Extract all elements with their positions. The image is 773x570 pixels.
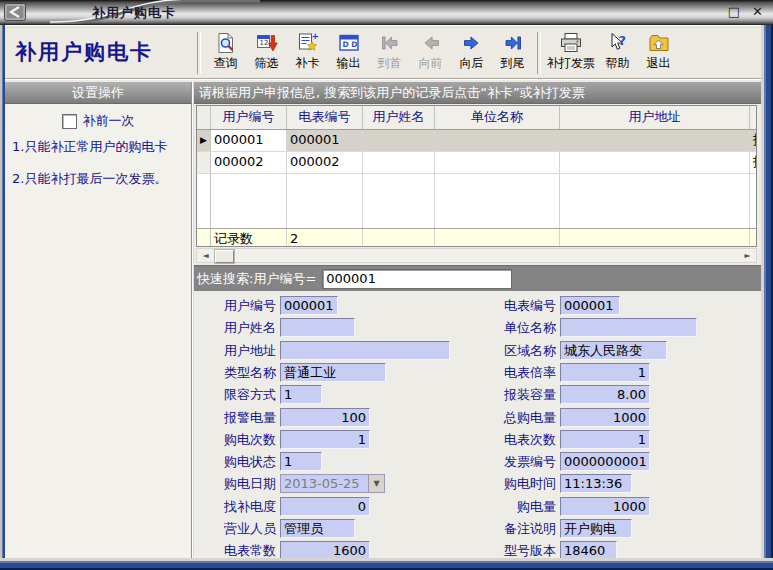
field-user-name[interactable]: [280, 318, 355, 337]
table-cell[interactable]: 报: [750, 130, 757, 151]
field-remark[interactable]: 开户购电: [560, 519, 632, 538]
hscroll-left-arrow-icon[interactable]: ◄: [198, 249, 213, 262]
toolbar-button-export[interactable]: D D输出: [328, 29, 369, 71]
table-cell[interactable]: 000002: [211, 152, 287, 173]
window-title: 补用户购电卡: [92, 4, 176, 22]
field-area-name[interactable]: 城东人民路变: [560, 341, 667, 360]
field-limit-mode[interactable]: 1: [280, 385, 322, 404]
table-cell[interactable]: [363, 152, 435, 173]
footer-cell: [363, 229, 435, 247]
field-purchase-status[interactable]: 1: [280, 452, 322, 471]
table-cell[interactable]: [363, 130, 435, 151]
field-label-user-id: 用户编号: [200, 296, 276, 315]
column-header[interactable]: 用户地址: [560, 106, 750, 129]
column-header[interactable]: [750, 106, 757, 129]
toolbar-button-label: 向后: [460, 55, 484, 71]
field-makeup-power[interactable]: 0: [280, 497, 370, 516]
toolbar-button-filter[interactable]: 12筛选: [246, 29, 287, 71]
go-next-icon: [461, 31, 483, 55]
field-purchase-date[interactable]: 2013-05-25▼: [280, 474, 385, 493]
table-cell[interactable]: 000001: [211, 130, 287, 151]
field-purchase-count[interactable]: 1: [280, 430, 370, 449]
field-meter-count[interactable]: 1: [560, 430, 650, 449]
quick-search-bar: 快速搜索:用户编号=: [194, 265, 761, 291]
help-cursor-icon: ?: [607, 31, 629, 55]
table-cell[interactable]: 000001: [287, 130, 363, 151]
table-hscrollbar[interactable]: ◄ ►: [196, 248, 757, 263]
footer-selector-cell: [197, 229, 211, 247]
detail-form: 用户编号000001用户姓名用户地址类型名称普通工业限容方式1报警电量100购电…: [194, 291, 761, 561]
quick-search-label: 快速搜索:用户编号=: [197, 270, 316, 288]
go-prev-icon: [420, 31, 442, 55]
field-user-address[interactable]: [280, 341, 450, 360]
field-purchase-time[interactable]: 11:13:36: [560, 474, 632, 493]
search-doc-icon: [215, 31, 237, 55]
field-total-power[interactable]: 1000: [560, 408, 650, 427]
toolbar-button-help[interactable]: ?帮助: [597, 29, 638, 71]
field-label-area-name: 区域名称: [480, 341, 556, 360]
toolbar-button-go-next[interactable]: 向后: [451, 29, 492, 71]
table-cell[interactable]: [435, 152, 560, 173]
column-header[interactable]: 用户编号: [211, 106, 287, 129]
toolbar-button-reprint-invoice[interactable]: 补打发票: [545, 29, 597, 71]
field-installed-capacity[interactable]: 8.00: [560, 385, 650, 404]
printer-icon: [559, 31, 583, 55]
field-label-purchase-status: 购电状态: [200, 452, 276, 471]
card-add-icon: +: [297, 31, 319, 55]
maximize-button[interactable]: □: [728, 3, 740, 21]
column-header[interactable]: 用户姓名: [363, 106, 435, 129]
sidebar-note-1: 1.只能补正常用户的购电卡: [12, 138, 167, 156]
toolbar-button-go-prev: 向前: [410, 29, 451, 71]
table-row[interactable]: 000002000002报: [197, 152, 756, 174]
record-count-row: 记录数2: [197, 228, 756, 247]
main-panel: 请根据用户申报信息, 搜索到该用户的记录后点击“补卡”或补打发票 用户编号电表编…: [194, 82, 761, 558]
field-invoice-no[interactable]: 0000000001: [560, 452, 650, 471]
field-purchase-amount[interactable]: 1000: [560, 497, 650, 516]
toolbar-button-go-last[interactable]: 到尾: [492, 29, 533, 71]
window-frame-bottom: [0, 558, 773, 570]
toolbar-button-query[interactable]: 查询: [205, 29, 246, 71]
go-last-icon: [502, 31, 524, 55]
grid-filler-cell: [197, 174, 211, 228]
table-row[interactable]: ▶000001000001报: [197, 130, 756, 152]
field-unit-name[interactable]: [560, 318, 697, 337]
window-frame-left: [0, 25, 5, 570]
field-label-total-power: 总购电量: [480, 408, 556, 427]
toolbar-button-label: 向前: [419, 55, 443, 71]
field-alarm-power[interactable]: 100: [280, 408, 370, 427]
toolbar-button-label: 补打发票: [547, 55, 595, 71]
hscroll-right-arrow-icon[interactable]: ►: [740, 249, 755, 262]
table-cell[interactable]: [435, 130, 560, 151]
field-meter-id[interactable]: 000001: [560, 296, 620, 315]
hscroll-thumb[interactable]: [215, 250, 234, 263]
quick-search-input[interactable]: [322, 269, 512, 289]
field-user-id[interactable]: 000001: [280, 296, 338, 315]
table-cell[interactable]: [560, 152, 750, 173]
go-first-icon: [379, 31, 401, 55]
close-button[interactable]: ✕: [752, 3, 763, 21]
grid-filler-cell: [435, 174, 560, 228]
table-cell[interactable]: 000002: [287, 152, 363, 173]
table-cell[interactable]: [560, 130, 750, 151]
field-label-operator: 营业人员: [200, 519, 276, 538]
column-header[interactable]: 单位名称: [435, 106, 560, 129]
app-icon[interactable]: [4, 3, 26, 21]
row-selector-cell[interactable]: ▶: [197, 130, 211, 151]
grid-filler-cell: [750, 174, 757, 228]
toolbar-button-makeup-card[interactable]: +补卡: [287, 29, 328, 71]
field-type-name[interactable]: 普通工业: [280, 363, 386, 382]
field-meter-ratio[interactable]: 1: [560, 363, 650, 382]
chevron-down-icon[interactable]: ▼: [368, 475, 384, 492]
makeup-previous-checkbox-row[interactable]: 补前一次: [5, 112, 191, 130]
field-operator[interactable]: 管理员: [280, 519, 355, 538]
field-label-purchase-amount: 购电量: [480, 497, 556, 516]
column-header[interactable]: 电表编号: [287, 106, 363, 129]
table-cell[interactable]: 报: [750, 152, 757, 173]
field-label-invoice-no: 发票编号: [480, 452, 556, 471]
field-label-makeup-power: 找补电度: [200, 497, 276, 516]
svg-text:12: 12: [259, 39, 268, 47]
toolbar-button-exit[interactable]: 退出: [638, 29, 679, 71]
makeup-previous-checkbox[interactable]: [62, 114, 77, 129]
field-label-remark: 备注说明: [480, 519, 556, 538]
row-selector-cell[interactable]: [197, 152, 211, 173]
